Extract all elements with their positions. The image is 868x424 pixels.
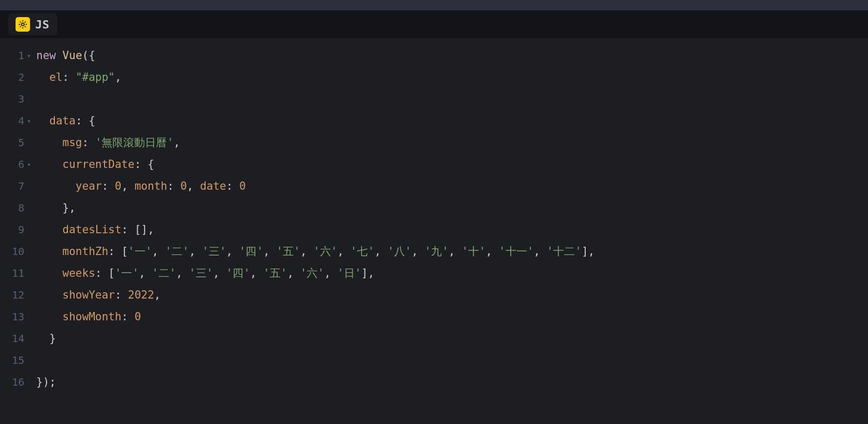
line-number: 11▾ (0, 262, 36, 284)
line-number-gutter: 1▾2▾3▾4▾5▾6▾7▾8▾9▾10▾11▾12▾13▾14▾15▾16▾ (0, 38, 36, 424)
fold-icon[interactable]: ▾ (26, 161, 32, 168)
svg-point-0 (21, 23, 24, 25)
code-line: showMonth: 0 (36, 306, 868, 328)
line-number: 12▾ (0, 284, 36, 306)
code-line: new Vue({ (36, 45, 868, 66)
code-line: showYear: 2022, (36, 284, 868, 306)
code-line (36, 349, 868, 371)
code-area[interactable]: new Vue({ el: "#app", data: { msg: '無限滾動… (36, 38, 868, 424)
line-number: 1▾ (0, 45, 36, 66)
code-line: datesList: [], (36, 219, 868, 241)
editor-tabbar: JS (0, 10, 868, 38)
gear-icon (16, 17, 30, 32)
code-line: }, (36, 197, 868, 219)
line-number: 6▾ (0, 153, 36, 175)
fold-icon[interactable]: ▾ (26, 117, 32, 125)
tab-js[interactable]: JS (8, 13, 57, 35)
line-number: 8▾ (0, 197, 36, 219)
code-line: msg: '無限滾動日曆', (36, 132, 868, 153)
line-number: 16▾ (0, 371, 36, 393)
code-line: data: { (36, 110, 868, 132)
line-number: 3▾ (0, 88, 36, 110)
line-number: 9▾ (0, 219, 36, 241)
line-number: 2▾ (0, 66, 36, 88)
code-editor[interactable]: 1▾2▾3▾4▾5▾6▾7▾8▾9▾10▾11▾12▾13▾14▾15▾16▾ … (0, 38, 868, 424)
window-topbar (0, 0, 868, 10)
code-line: weeks: ['一', '二', '三', '四', '五', '六', '日… (36, 262, 868, 284)
line-number: 13▾ (0, 306, 36, 328)
code-line: }); (36, 371, 868, 393)
line-number: 4▾ (0, 110, 36, 132)
code-line: currentDate: { (36, 153, 868, 175)
code-line: el: "#app", (36, 66, 868, 88)
code-line (36, 88, 868, 110)
code-line: } (36, 328, 868, 349)
line-number: 10▾ (0, 241, 36, 262)
line-number: 15▾ (0, 349, 36, 371)
code-line: monthZh: ['一', '二', '三', '四', '五', '六', … (36, 241, 868, 262)
line-number: 5▾ (0, 132, 36, 153)
line-number: 7▾ (0, 175, 36, 197)
code-line: year: 0, month: 0, date: 0 (36, 175, 868, 197)
fold-icon[interactable]: ▾ (26, 52, 32, 60)
line-number: 14▾ (0, 328, 36, 349)
tab-label: JS (35, 18, 50, 31)
